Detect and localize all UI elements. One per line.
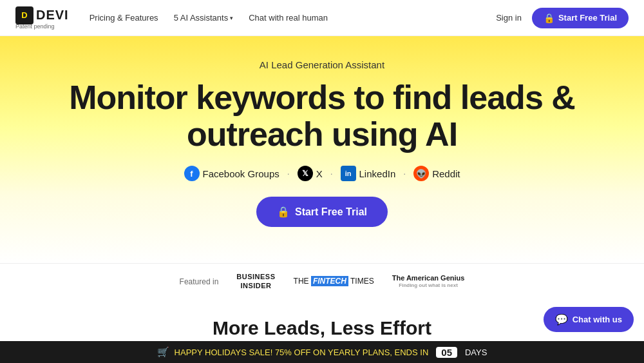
separator-1: · [287, 168, 290, 179]
banner-text: HAPPY HOLIDAYS SALE! 75% OFF ON YEARLY P… [175, 348, 429, 357]
separator-2: · [330, 168, 333, 179]
nav-cta-button[interactable]: 🔒 Start Free Trial [532, 8, 629, 28]
ai-assistants-dropdown-icon: ▾ [230, 15, 233, 21]
reddit-icon: 👽 [413, 166, 429, 181]
logo-text: DEVI [36, 8, 69, 23]
hero-subtitle: AI Lead Generation Assistant [13, 59, 631, 70]
hero-title: Monitor keywords to find leads & outreac… [13, 79, 631, 153]
bottom-banner: 🛒 HAPPY HOLIDAYS SALE! 75% OFF ON YEARLY… [0, 341, 644, 363]
chat-icon: 💬 [555, 313, 568, 326]
american-genius-logo: The American Genius Finding out what is … [392, 274, 465, 289]
logo-icon-letter: D [21, 10, 27, 20]
more-leads-title: More Leads, Less Effort [13, 317, 631, 339]
linkedin-label: LinkedIn [359, 168, 396, 179]
facebook-label: Facebook Groups [203, 168, 279, 179]
nav-cta-icon: 🔒 [544, 13, 554, 23]
navbar-left: D DEVI Patent pending Pricing & Features… [15, 6, 328, 30]
reddit-badge: 👽 Reddit [413, 166, 460, 181]
nav-links: Pricing & Features 5 AI Assistants ▾ Cha… [90, 13, 328, 23]
facebook-icon: f [184, 166, 200, 181]
sign-in-link[interactable]: Sign in [496, 13, 522, 23]
linkedin-badge: in LinkedIn [341, 166, 396, 181]
nav-ai-assistants[interactable]: 5 AI Assistants ▾ [174, 13, 234, 23]
logo: D DEVI Patent pending [15, 6, 69, 30]
x-badge: 𝕏 X [298, 166, 323, 181]
logo-patent: Patent pending [15, 23, 55, 30]
nav-chat-human[interactable]: Chat with real human [249, 13, 328, 23]
navbar-right: Sign in 🔒 Start Free Trial [496, 8, 629, 28]
banner-days-count: 05 [436, 347, 457, 358]
navbar: D DEVI Patent pending Pricing & Features… [0, 0, 644, 36]
hero-cta-button[interactable]: 🔒 Start Free Trial [256, 197, 388, 227]
logo-main: D DEVI [15, 6, 69, 25]
banner-emoji: 🛒 [157, 346, 169, 358]
featured-label: Featured in [180, 277, 219, 286]
facebook-badge: f Facebook Groups [184, 166, 279, 181]
reddit-label: Reddit [432, 168, 460, 179]
banner-days-label: DAYS [465, 348, 487, 357]
x-label: X [316, 168, 323, 179]
hero-cta-icon: 🔒 [277, 206, 290, 218]
featured-section: Featured in BUSINESS INSIDER THE FINTECH… [0, 263, 644, 296]
chat-widget[interactable]: 💬 Chat with us [544, 307, 634, 332]
separator-3: · [403, 168, 406, 179]
fintech-times-logo: THE FINTECH TIMES [294, 277, 374, 286]
linkedin-icon: in [341, 166, 356, 181]
hero-section: AI Lead Generation Assistant Monitor key… [0, 36, 644, 263]
x-icon: 𝕏 [298, 166, 313, 181]
social-badges: f Facebook Groups · 𝕏 X · in LinkedIn · … [13, 166, 631, 181]
business-insider-logo: BUSINESS INSIDER [236, 273, 275, 289]
nav-pricing[interactable]: Pricing & Features [90, 13, 158, 23]
logo-icon: D [15, 6, 33, 25]
